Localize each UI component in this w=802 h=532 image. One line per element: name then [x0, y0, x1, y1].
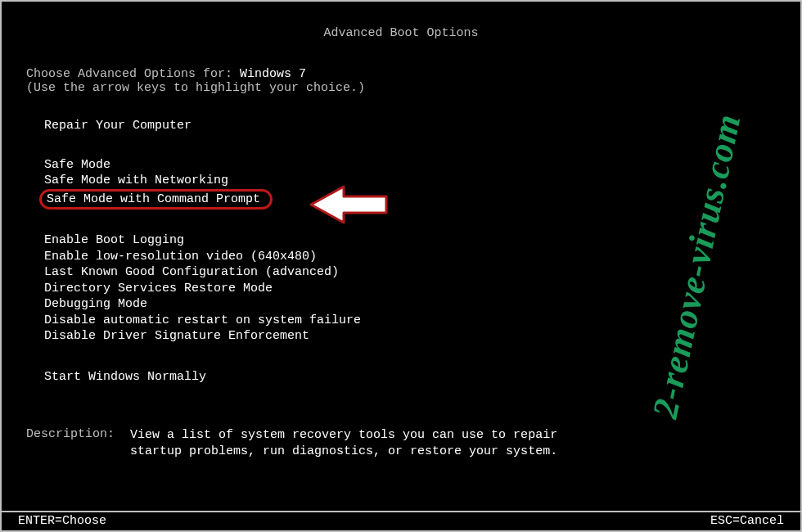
option-ds-restore-mode[interactable]: Directory Services Restore Mode [44, 281, 776, 297]
option-safe-mode-networking[interactable]: Safe Mode with Networking [44, 173, 776, 189]
os-name: Windows 7 [240, 67, 306, 81]
option-disable-auto-restart[interactable]: Disable automatic restart on system fail… [44, 313, 776, 329]
description-block: Description: View a list of system recov… [26, 427, 572, 459]
option-group-repair: Repair Your Computer [44, 118, 776, 134]
page-title: Advanced Boot Options [2, 26, 800, 40]
option-safe-mode-cmd[interactable]: Safe Mode with Command Prompt [47, 192, 260, 206]
option-group-advanced: Enable Boot Logging Enable low-resolutio… [44, 232, 776, 345]
instruction-text: (Use the arrow keys to highlight your ch… [26, 81, 776, 95]
option-start-normally[interactable]: Start Windows Normally [44, 369, 776, 385]
option-repair-computer[interactable]: Repair Your Computer [44, 118, 776, 134]
boot-options-screen: Advanced Boot Options Choose Advanced Op… [0, 0, 802, 532]
option-low-res-video[interactable]: Enable low-resolution video (640x480) [44, 249, 776, 265]
highlighted-option-wrapper: Safe Mode with Command Prompt [44, 189, 273, 210]
status-esc-hint: ESC=Cancel [710, 514, 784, 528]
status-bar: ENTER=Choose ESC=Cancel [2, 511, 800, 530]
prompt-prefix: Choose Advanced Options for: [26, 67, 240, 81]
option-debugging-mode[interactable]: Debugging Mode [44, 296, 776, 313]
option-disable-driver-sig[interactable]: Disable Driver Signature Enforcement [44, 328, 776, 345]
prompt-line: Choose Advanced Options for: Windows 7 [26, 67, 776, 81]
option-safe-mode[interactable]: Safe Mode [44, 157, 776, 174]
description-label: Description: [26, 427, 115, 441]
content-area: Choose Advanced Options for: Windows 7 (… [26, 67, 776, 385]
option-boot-logging[interactable]: Enable Boot Logging [44, 232, 776, 249]
status-enter-hint: ENTER=Choose [18, 514, 106, 528]
description-text: View a list of system recovery tools you… [130, 427, 572, 459]
highlight-circle: Safe Mode with Command Prompt [39, 189, 273, 210]
option-last-known-good[interactable]: Last Known Good Configuration (advanced) [44, 264, 776, 281]
option-group-normal: Start Windows Normally [44, 369, 776, 385]
option-group-safemode: Safe Mode Safe Mode with Networking Safe… [44, 157, 776, 210]
